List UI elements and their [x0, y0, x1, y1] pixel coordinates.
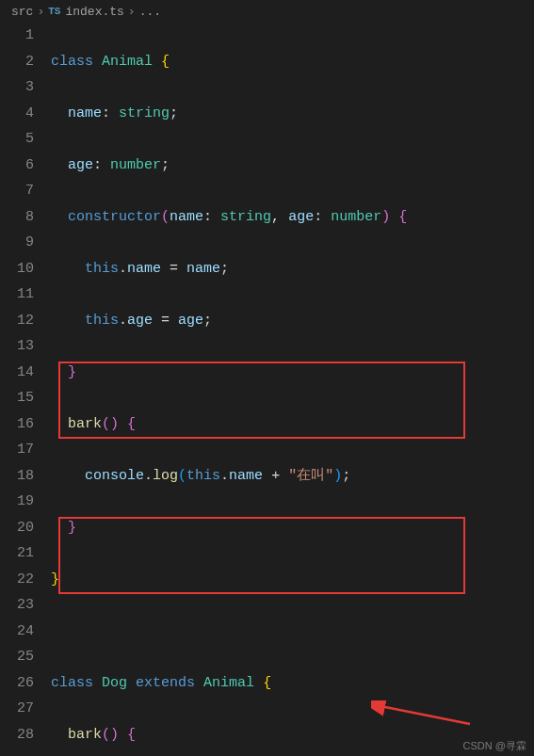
line-number: 22 — [11, 567, 34, 593]
line-number: 28 — [11, 722, 34, 748]
line-number: 2 — [11, 49, 34, 75]
line-number: 13 — [11, 333, 34, 360]
code-line[interactable]: console.log(this.name + "在叫"); — [51, 463, 534, 490]
line-number: 7 — [11, 178, 34, 204]
code-line[interactable]: this.age = age; — [51, 308, 534, 334]
breadcrumb-file[interactable]: index.ts — [65, 5, 123, 19]
code-line[interactable]: } — [51, 515, 534, 541]
line-number: 26 — [11, 670, 34, 697]
line-number: 8 — [11, 204, 34, 231]
code-content[interactable]: class Animal { name: string; age: number… — [51, 23, 534, 756]
breadcrumb[interactable]: src › TS index.ts › ... — [0, 0, 534, 23]
breadcrumb-folder[interactable]: src — [11, 5, 33, 19]
chevron-right-icon: › — [37, 5, 44, 19]
line-number: 21 — [11, 540, 34, 567]
line-number: 14 — [11, 360, 34, 386]
breadcrumb-ellipsis[interactable]: ... — [139, 5, 161, 19]
typescript-icon: TS — [48, 6, 60, 17]
code-line[interactable]: } — [51, 567, 534, 593]
watermark: CSDN @寻霖 — [463, 739, 526, 753]
line-number: 19 — [11, 489, 34, 515]
line-number: 10 — [11, 256, 34, 282]
line-number: 1 — [11, 23, 34, 49]
code-line[interactable] — [51, 619, 534, 645]
line-number: 12 — [11, 308, 34, 334]
line-number: 17 — [11, 437, 34, 463]
code-line[interactable]: age: number; — [51, 153, 534, 179]
line-number: 24 — [11, 619, 34, 645]
code-line[interactable]: this.name = name; — [51, 256, 534, 282]
code-line[interactable]: class Animal { — [51, 49, 534, 75]
line-number: 16 — [11, 411, 34, 438]
code-line[interactable]: } — [51, 360, 534, 386]
chevron-right-icon: › — [128, 5, 136, 19]
code-line[interactable]: bark() { — [51, 722, 534, 748]
line-number: 25 — [11, 644, 34, 670]
line-number: 11 — [11, 281, 34, 308]
code-line[interactable]: bark() { — [51, 411, 534, 438]
line-number: 9 — [11, 230, 34, 256]
code-editor[interactable]: 1 2 3 4 5 6 7 8 9 10 11 12 13 14 15 16 1… — [0, 23, 534, 756]
line-number: 5 — [11, 126, 34, 153]
line-number: 18 — [11, 463, 34, 490]
line-number: 15 — [11, 385, 34, 411]
line-number: 23 — [11, 592, 34, 619]
code-line[interactable]: constructor(name: string, age: number) { — [51, 204, 534, 231]
line-number: 4 — [11, 101, 34, 127]
line-number: 20 — [11, 515, 34, 541]
line-number: 27 — [11, 696, 34, 722]
code-line[interactable]: name: string; — [51, 101, 534, 127]
line-number: 6 — [11, 153, 34, 179]
code-line[interactable]: class Dog extends Animal { — [51, 670, 534, 697]
line-number-gutter: 1 2 3 4 5 6 7 8 9 10 11 12 13 14 15 16 1… — [0, 23, 51, 756]
line-number: 3 — [11, 74, 34, 101]
